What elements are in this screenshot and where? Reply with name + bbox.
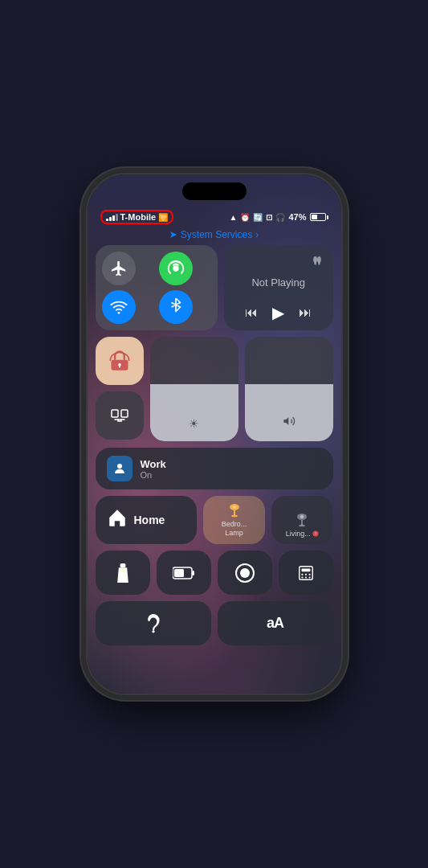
svg-point-2 [174,268,177,270]
row-tools [96,551,333,595]
screen-record-button[interactable] [218,551,272,595]
fastforward-button[interactable]: ⏭ [299,305,312,320]
brightness-slider[interactable]: ☀ [150,337,238,441]
bedroom-lamp-label: Bedro...Lamp [222,520,247,538]
calculator-button[interactable] [279,551,333,595]
carrier-name: T-Mobile [120,212,157,222]
signal-bar-3 [112,215,115,221]
home-tile[interactable]: Home [96,496,198,544]
hearing-icon [143,613,164,634]
now-playing-status: Not Playing [234,276,324,297]
row-focus-home: Work On [96,448,333,489]
row-home-lights: Home Bedro...Lamp [96,496,333,544]
location-icon: ▲ [230,213,238,222]
living-lamp-tile[interactable]: Living... ! [271,496,333,544]
flashlight-button[interactable] [96,551,150,595]
system-services-label: System Services [181,229,252,240]
svg-marker-0 [170,231,177,238]
brightness-fill [150,384,238,442]
system-services-bar[interactable]: System Services › [88,227,341,245]
living-lamp-label: Living... [286,530,311,538]
battery-status-button[interactable] [157,551,211,595]
svg-point-20 [300,515,304,518]
connectivity-tile [96,245,218,330]
battery-percent: 47% [288,212,306,222]
svg-point-37 [152,630,154,633]
svg-point-12 [117,464,122,469]
status-right: ▲ ⏰ 🔄 ⊡ 🎧 47% [230,212,328,222]
svg-rect-6 [314,262,316,264]
focus-sublabel: On [141,470,166,480]
location-arrow-icon [169,231,177,239]
wifi-button[interactable] [102,290,136,324]
alarm-icon: ⏰ [240,213,250,222]
home-label: Home [134,514,165,526]
bluetooth-icon [169,298,183,316]
bedroom-lamp-tile[interactable]: Bedro...Lamp [203,496,265,544]
hearing-button[interactable] [96,601,211,645]
sync-icon: 🔄 [253,213,263,222]
sliders-area: ☀ [150,337,333,441]
phone-frame: T-Mobile 🛜 ▲ ⏰ 🔄 ⊡ 🎧 47% [86,173,343,695]
row-connectivity-nowplaying: Not Playing ⏮ ▶ ⏭ [96,245,333,330]
living-lamp-icon [296,512,308,528]
play-button[interactable]: ▶ [272,303,284,322]
screen-lock-icon [108,350,131,372]
signal-bar-2 [109,217,112,221]
volume-icon [283,415,296,430]
svg-rect-7 [318,262,320,264]
left-controls [96,337,144,441]
signal-bars [106,213,118,221]
svg-point-19 [299,525,305,526]
wifi-icon [110,298,128,316]
svg-point-35 [304,576,306,578]
svg-point-25 [120,568,124,571]
home-icon-wrap [107,507,128,533]
carrier-highlight: T-Mobile 🛜 [100,210,174,224]
battery-icon [310,213,328,221]
focus-icon-wrap [107,456,132,481]
calculator-icon [297,564,315,582]
airplane-mode-button[interactable] [102,252,136,285]
dynamic-island [182,182,247,200]
svg-point-34 [301,576,303,578]
battery-status-icon [173,565,195,581]
record-inner [240,568,250,578]
airplane-icon [110,260,128,277]
living-lamp-alert-icon: ! [312,530,319,537]
screen-lock-button[interactable] [96,337,144,385]
text-size-label: aA [267,615,283,632]
svg-point-15 [231,515,238,517]
bluetooth-button[interactable] [159,290,193,324]
rewind-button[interactable]: ⏮ [245,305,258,320]
svg-rect-10 [112,410,118,417]
cellular-icon [167,260,185,277]
now-playing-controls[interactable]: ⏮ ▶ ⏭ [234,303,324,322]
focus-tile[interactable]: Work On [96,448,333,489]
text-size-button[interactable]: aA [218,601,333,645]
svg-rect-28 [192,571,194,575]
headphones-icon: 🎧 [275,213,285,222]
person-icon [112,461,127,476]
volume-slider[interactable] [245,337,333,441]
cellular-button[interactable] [159,252,193,285]
status-bar: T-Mobile 🛜 ▲ ⏰ 🔄 ⊡ 🎧 47% [88,207,341,227]
svg-point-31 [301,573,303,575]
brightness-icon: ☀ [189,417,199,430]
svg-point-4 [313,256,317,263]
flashlight-icon [115,563,131,583]
now-playing-tile[interactable]: Not Playing ⏮ ▶ ⏭ [224,245,333,330]
home-icon [107,507,128,528]
now-playing-header [234,253,324,268]
svg-rect-27 [174,569,184,577]
svg-point-3 [117,312,120,314]
svg-point-32 [304,573,306,575]
signal-bar-4 [116,214,118,221]
svg-rect-30 [301,568,310,571]
bedroom-lamp-icon [228,502,241,518]
svg-point-33 [308,573,310,575]
row-accessibility: aA [96,601,333,645]
row-lock-sliders: ☀ [96,337,333,441]
screen-mirror-button[interactable] [96,391,144,440]
phone-screen: T-Mobile 🛜 ▲ ⏰ 🔄 ⊡ 🎧 47% [88,174,341,694]
